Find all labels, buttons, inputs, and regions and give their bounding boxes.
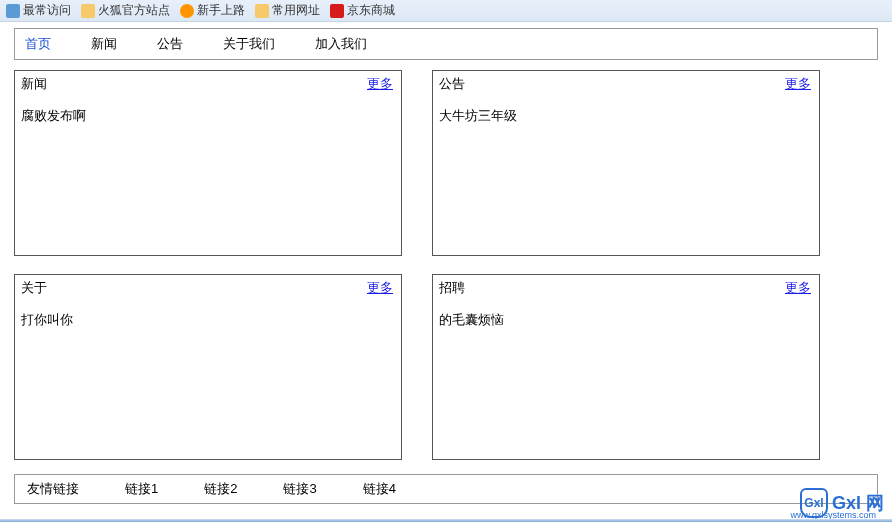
card-body: 打你叫你 (21, 311, 395, 329)
card-body: 腐败发布啊 (21, 107, 395, 125)
card-news: 新闻 更多 腐败发布啊 (14, 70, 402, 256)
bookmark-label: 火狐官方站点 (98, 2, 170, 19)
footer-links-bar: 友情链接 链接1 链接2 链接3 链接4 (14, 474, 878, 504)
footer-link-2[interactable]: 链接2 (204, 480, 237, 498)
footer-link-3[interactable]: 链接3 (283, 480, 316, 498)
content-grid: 新闻 更多 腐败发布啊 公告 更多 大牛坊三年级 关于 更多 打你叫你 招聘 更… (14, 70, 878, 460)
card-title: 公告 (439, 76, 465, 91)
card-body: 的毛囊烦恼 (439, 311, 813, 329)
more-link[interactable]: 更多 (367, 75, 393, 93)
nav-news[interactable]: 新闻 (91, 35, 117, 53)
more-link[interactable]: 更多 (785, 75, 811, 93)
card-about: 关于 更多 打你叫你 (14, 274, 402, 460)
footer-link-1[interactable]: 链接1 (125, 480, 158, 498)
nav-home[interactable]: 首页 (25, 35, 51, 53)
card-notice: 公告 更多 大牛坊三年级 (432, 70, 820, 256)
bookmark-firefox-official[interactable]: 火狐官方站点 (81, 2, 170, 19)
bookmark-label: 新手上路 (197, 2, 245, 19)
card-title: 新闻 (21, 76, 47, 91)
main-nav: 首页 新闻 公告 关于我们 加入我们 (14, 28, 878, 60)
bookmark-most-visited[interactable]: 最常访问 (6, 2, 71, 19)
card-body: 大牛坊三年级 (439, 107, 813, 125)
footer-label: 友情链接 (27, 480, 79, 498)
card-recruit: 招聘 更多 的毛囊烦恼 (432, 274, 820, 460)
firefox-icon (180, 4, 194, 18)
more-link[interactable]: 更多 (785, 279, 811, 297)
nav-about[interactable]: 关于我们 (223, 35, 275, 53)
card-title: 关于 (21, 280, 47, 295)
folder-icon (255, 4, 269, 18)
more-link[interactable]: 更多 (367, 279, 393, 297)
bookmark-icon (6, 4, 20, 18)
nav-notice[interactable]: 公告 (157, 35, 183, 53)
bookmark-common-urls[interactable]: 常用网址 (255, 2, 320, 19)
bookmark-label: 常用网址 (272, 2, 320, 19)
browser-bookmarks-bar: 最常访问 火狐官方站点 新手上路 常用网址 京东商城 (0, 0, 892, 22)
jd-icon (330, 4, 344, 18)
bookmark-label: 最常访问 (23, 2, 71, 19)
bookmark-jd[interactable]: 京东商城 (330, 2, 395, 19)
page-content: 首页 新闻 公告 关于我们 加入我们 新闻 更多 腐败发布啊 公告 更多 大牛坊… (0, 22, 892, 504)
footer-link-4[interactable]: 链接4 (363, 480, 396, 498)
card-title: 招聘 (439, 280, 465, 295)
folder-icon (81, 4, 95, 18)
bookmark-label: 京东商城 (347, 2, 395, 19)
bookmark-getting-started[interactable]: 新手上路 (180, 2, 245, 19)
site-watermark: Gxl Gxl 网 www.gxlsystems.com (800, 488, 884, 518)
nav-join[interactable]: 加入我们 (315, 35, 367, 53)
